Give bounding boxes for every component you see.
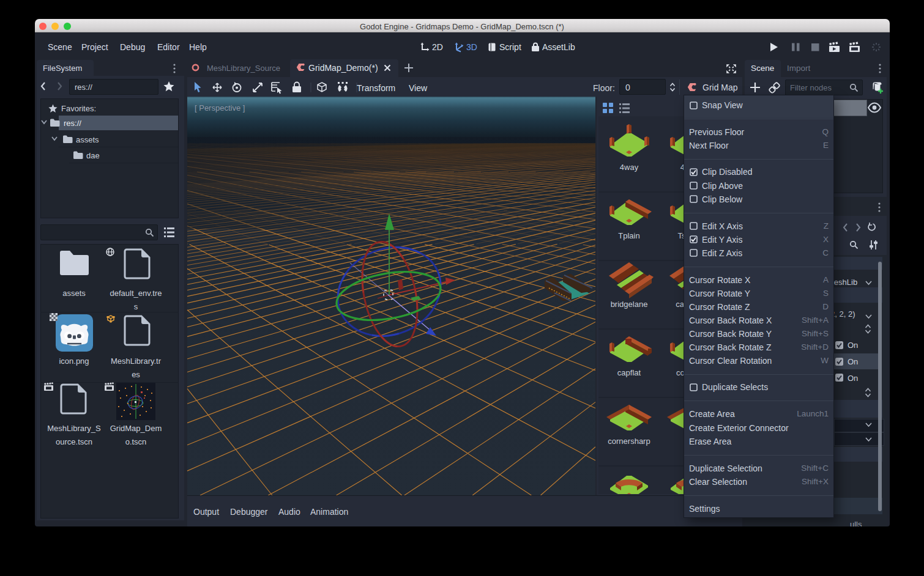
svg-text:bridgelane: bridgelane [611, 300, 648, 309]
svg-text:[ Perspective ]: [ Perspective ] [195, 103, 245, 113]
svg-text:Tplain: Tplain [618, 231, 639, 240]
svg-text:On: On [848, 341, 858, 350]
svg-text:4way: 4way [620, 163, 639, 172]
svg-text:On: On [848, 374, 858, 383]
svg-text:capflat: capflat [617, 368, 641, 377]
svg-text:cornersharp: cornersharp [608, 437, 650, 446]
svg-text:On: On [848, 357, 858, 366]
